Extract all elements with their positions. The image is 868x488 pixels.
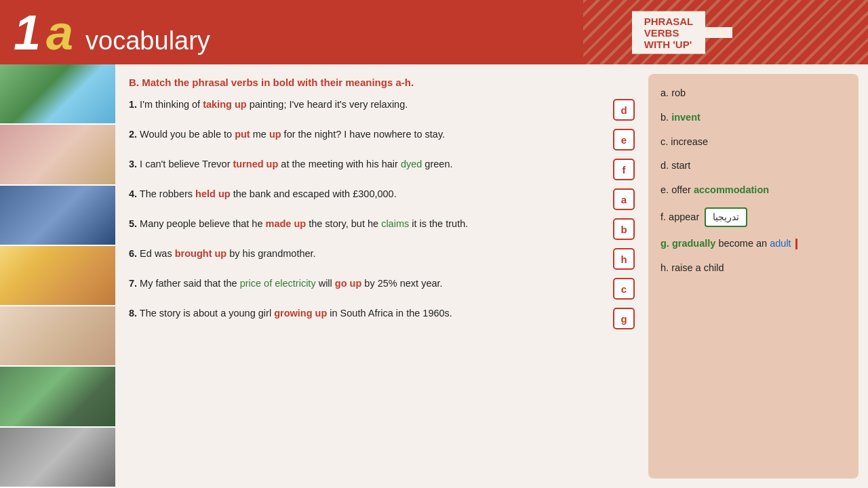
answer-box-3[interactable]: f xyxy=(613,159,635,180)
sentence-5: 5. Many people believe that he made up t… xyxy=(129,217,606,232)
phrasal-8: growing up xyxy=(274,308,327,319)
meaning-f-text: appear xyxy=(669,211,699,222)
meaning-a-text: rob xyxy=(671,87,686,98)
sentence-3: 3. I can't believe Trevor turned up at t… xyxy=(129,157,606,172)
meaning-f-label: f. xyxy=(660,211,669,222)
s1-num: 1. xyxy=(129,99,137,110)
phrasal-3: turned up xyxy=(233,159,278,169)
s3-num: 3. xyxy=(129,159,137,169)
sentence-row: 8. The story is about a young girl growi… xyxy=(129,306,635,329)
answer-box-2[interactable]: e xyxy=(613,129,635,150)
meaning-c-text: increase xyxy=(671,136,708,147)
sentence-6: 6. Ed was brought up by his grandmother. xyxy=(129,247,606,262)
instruction: B. Match the phrasal verbs in bold with … xyxy=(129,77,635,88)
green-7: price of electricity xyxy=(240,278,316,289)
meaning-e: e. offer accommodation xyxy=(660,183,846,198)
sentence-1: 1. I'm thinking of taking up painting; I… xyxy=(129,98,606,113)
instruction-label: B. xyxy=(129,77,139,88)
answer-box-7[interactable]: c xyxy=(613,278,635,300)
image-bedroom xyxy=(0,125,115,185)
meaning-g-adult: adult xyxy=(770,238,791,249)
header: 1 a vocabulary PHRASAL VERBS WITH 'UP' xyxy=(0,0,868,64)
sentence-row: 2. Would you be able to put me up for th… xyxy=(129,127,635,150)
meaning-g: g. gradually become an adult xyxy=(660,237,846,251)
meaning-b: b. invent xyxy=(660,110,846,125)
meaning-b-label: b. xyxy=(660,112,671,123)
meaning-a: a. rob xyxy=(660,86,846,101)
image-plant xyxy=(0,367,115,427)
meaning-g-text: become an xyxy=(718,238,770,249)
header-title: 1 a vocabulary xyxy=(14,8,210,57)
meaning-e-highlight: accommodation xyxy=(694,184,769,195)
meaning-h: h. raise a child xyxy=(660,261,846,276)
image-people xyxy=(0,306,115,367)
phrasal-4: held up xyxy=(195,188,231,199)
s4-num: 4. xyxy=(129,188,137,199)
meaning-d-label: d. xyxy=(660,160,671,171)
meaning-e-text: offer xyxy=(671,184,694,195)
green-5: claims xyxy=(381,218,409,229)
phrasal-2a: put xyxy=(235,129,250,140)
meanings-panel: a. rob b. invent c. increase d. start e.… xyxy=(648,74,859,479)
header-subtitle: PHRASAL VERBS WITH 'UP' xyxy=(632,11,705,54)
image-strip xyxy=(0,64,115,488)
phrasal-2b: up xyxy=(269,129,281,140)
image-landscape xyxy=(0,64,115,125)
sentence-7: 7. My father said that the price of elec… xyxy=(129,277,606,291)
meaning-c: c. increase xyxy=(660,135,846,150)
phrasal-1: taking up xyxy=(203,99,246,110)
s6-num: 6. xyxy=(129,248,137,259)
meaning-c-label: c. xyxy=(660,136,671,147)
popup-arabic: تدريجيا xyxy=(705,207,747,227)
s8-num: 8. xyxy=(129,308,137,319)
meaning-b-text: invent xyxy=(671,112,701,123)
answer-box-5[interactable]: b xyxy=(613,218,635,240)
meaning-d: d. start xyxy=(660,159,846,174)
sentence-4: 4. The robbers held up the bank and esca… xyxy=(129,187,606,202)
image-cartoon xyxy=(0,246,115,306)
s5-num: 5. xyxy=(129,218,137,229)
header-subtitle-wrap: PHRASAL VERBS WITH 'UP' xyxy=(705,27,732,38)
meaning-a-label: a. xyxy=(660,87,671,98)
header-letter: a xyxy=(46,8,73,57)
meaning-h-text: raise a child xyxy=(671,262,724,273)
phrasal-5: made up xyxy=(266,218,307,229)
meaning-f: f. appear تدريجيا xyxy=(660,207,846,227)
green-3: dyed xyxy=(401,159,422,169)
sentence-8: 8. The story is about a young girl growi… xyxy=(129,306,606,321)
s2-num: 2. xyxy=(129,129,137,140)
sentence-row: 4. The robbers held up the bank and esca… xyxy=(129,187,635,210)
exercise-area: B. Match the phrasal verbs in bold with … xyxy=(115,64,648,488)
sentence-row: 1. I'm thinking of taking up painting; I… xyxy=(129,98,635,121)
header-vocab: vocabulary xyxy=(85,26,210,56)
sentence-row: 3. I can't believe Trevor turned up at t… xyxy=(129,157,635,180)
s7-num: 7. xyxy=(129,278,137,289)
image-bw xyxy=(0,428,115,488)
answer-box-1[interactable]: d xyxy=(613,99,635,121)
answer-box-8[interactable]: g xyxy=(613,308,635,329)
answer-box-6[interactable]: h xyxy=(613,248,635,270)
meaning-g-label: g. xyxy=(660,238,672,249)
meaning-g-gradually: gradually xyxy=(672,238,715,249)
sentence-2: 2. Would you be able to put me up for th… xyxy=(129,127,606,142)
image-person xyxy=(0,186,115,246)
answer-box-4[interactable]: a xyxy=(613,188,635,210)
main-content: B. Match the phrasal verbs in bold with … xyxy=(115,64,868,488)
phrasal-7: go up xyxy=(335,278,361,289)
header-number: 1 xyxy=(14,8,41,57)
sentence-row: 6. Ed was brought up by his grandmother.… xyxy=(129,247,635,270)
meaning-e-label: e. xyxy=(660,184,671,195)
instruction-text: Match the phrasal verbs in bold with the… xyxy=(142,77,414,88)
meaning-h-label: h. xyxy=(660,262,671,273)
cursor-icon xyxy=(795,239,797,249)
phrasal-6: brought up xyxy=(175,248,227,259)
sentence-row: 5. Many people believe that he made up t… xyxy=(129,217,635,240)
meaning-d-text: start xyxy=(671,160,690,171)
sentence-row: 7. My father said that the price of elec… xyxy=(129,277,635,300)
